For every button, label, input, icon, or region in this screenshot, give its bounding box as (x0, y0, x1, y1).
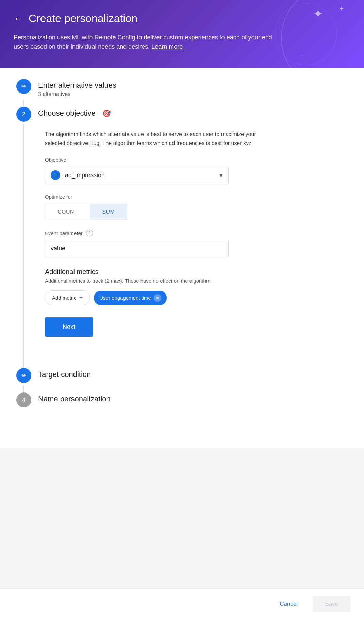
pencil-icon-step1: ✏ (21, 83, 27, 90)
page-title: Create personalization (29, 12, 137, 25)
additional-metrics-title: Additional metrics (45, 268, 348, 276)
cancel-button[interactable]: Cancel (273, 597, 304, 611)
count-button[interactable]: COUNT (45, 204, 90, 220)
connector-spacer-2 (38, 361, 348, 368)
help-icon[interactable]: ? (86, 230, 93, 236)
connector-spacer-3 (38, 386, 348, 392)
step2-content: Choose objective 🎯 (38, 107, 348, 118)
step2-circle: 2 (16, 107, 31, 122)
connector-3-4-col (16, 386, 31, 392)
step4-circle: 4 (16, 392, 31, 407)
step3-content: Target condition (38, 368, 348, 379)
objective-value: ad_impression (65, 172, 215, 179)
sparkle-icon-3: · (301, 52, 303, 58)
event-param-input[interactable] (45, 240, 229, 257)
connector-3-4 (16, 386, 348, 392)
medal-icon: 🎯 (102, 109, 111, 117)
chip-close-button[interactable]: ✕ (154, 294, 161, 302)
algorithm-description: The algorithm finds which alternate valu… (45, 130, 276, 147)
step1-subtitle: 3 alternatives (38, 91, 348, 97)
metric-chip-user-engagement: User engagement time ✕ (94, 291, 167, 305)
step2-line-col (16, 124, 31, 361)
step2-body-wrapper: The algorithm finds which alternate valu… (16, 124, 348, 361)
header-back-row: ← Create personalization (14, 12, 350, 25)
step1-circle: ✏ (16, 79, 31, 94)
step4-row: 4 Name personalization (16, 392, 348, 448)
next-button[interactable]: Next (45, 317, 93, 337)
connector-line-col (16, 100, 31, 107)
step1-content: Enter alternative values 3 alternatives (38, 79, 348, 97)
connector-line-1 (23, 100, 24, 107)
step3-row: ✏ Target condition (16, 368, 348, 383)
plus-icon: + (79, 294, 83, 301)
connector-1-2 (16, 100, 348, 107)
step2-body: The algorithm finds which alternate valu… (38, 124, 348, 361)
connector-spacer-1 (38, 100, 348, 107)
objective-dropdown[interactable]: 🔵 ad_impression ▾ (45, 166, 229, 184)
pencil-icon-step3: ✏ (21, 372, 27, 379)
optimize-label: Optimize for (45, 194, 348, 200)
save-button[interactable]: Save (313, 596, 350, 612)
sparkle-icon-1: ✦ (313, 7, 323, 21)
objective-icon-inner: 🔵 (53, 172, 59, 178)
header-description: Personalization uses ML with Remote Conf… (14, 33, 279, 51)
objective-label: Objective (45, 157, 348, 163)
step1-row: ✏ Enter alternative values 3 alternative… (16, 79, 348, 97)
step3-circle: ✏ (16, 368, 31, 383)
additional-metrics-desc: Additional metrics to track (2 max). The… (45, 278, 348, 284)
connector-2-3 (16, 361, 348, 368)
step2-row: 2 Choose objective 🎯 (16, 107, 348, 122)
objective-icon: 🔵 (51, 170, 60, 180)
optimize-buttons: COUNT SUM (45, 204, 127, 220)
connector-line-3 (23, 386, 24, 392)
step2-title: Choose objective (38, 109, 96, 118)
connector-2-3-col (16, 361, 31, 368)
step4-number: 4 (22, 397, 26, 404)
step4-title: Name personalization (38, 395, 348, 403)
header: ← Create personalization Personalization… (0, 0, 364, 68)
learn-more-link[interactable]: Learn more (151, 43, 183, 50)
add-metric-label: Add metric (52, 295, 77, 301)
step1-title: Enter alternative values (38, 81, 348, 90)
connector-line-2 (23, 361, 24, 368)
event-param-label: Event parameter (45, 230, 83, 236)
step4-content: Name personalization (38, 392, 348, 403)
bottom-bar: Cancel Save (0, 589, 364, 619)
event-param-row: Event parameter ? (45, 230, 348, 236)
sum-button[interactable]: SUM (90, 204, 127, 220)
step3-title: Target condition (38, 370, 348, 379)
header-desc-text: Personalization uses ML with Remote Conf… (14, 34, 272, 50)
step2-line (23, 124, 24, 361)
back-arrow-icon[interactable]: ← (14, 13, 23, 24)
metric-chip-label: User engagement time (99, 295, 151, 301)
chevron-down-icon: ▾ (219, 171, 223, 179)
sparkle-icon-2: + (340, 5, 344, 13)
metrics-row: Add metric + User engagement time ✕ (45, 290, 348, 305)
steps-container: ✏ Enter alternative values 3 alternative… (0, 68, 364, 448)
step2-number: 2 (22, 111, 26, 118)
add-metric-button[interactable]: Add metric + (45, 290, 90, 305)
main-content: ✏ Enter alternative values 3 alternative… (0, 68, 364, 448)
